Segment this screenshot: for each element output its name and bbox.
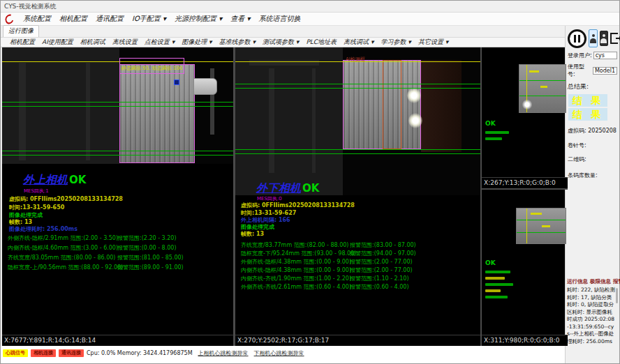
overlay-green-line (2, 155, 233, 156)
status-text-row (485, 283, 513, 286)
tab-limit-info[interactable]: 极限信息 (590, 278, 611, 285)
lower-camera-heartbeat-warning: 下相机心跳检测异常 (254, 349, 304, 357)
model-label: 使用型号: (568, 63, 591, 78)
menu-system-config[interactable]: 系统配置 (19, 13, 55, 24)
result-ok-badge: OK (302, 182, 319, 195)
scene-shadow (235, 47, 343, 195)
menu-io-config[interactable]: IO手配置 ▾ (128, 13, 170, 24)
pause-button[interactable] (568, 28, 586, 49)
overlay-green-line (517, 220, 566, 220)
measurement-row: 隐框宽度-下/95.24mm 范围:(93.00 - 98.00) 报警范围:(… (235, 250, 480, 258)
exit-button[interactable] (610, 30, 619, 47)
ai-box-label: AI检测框 (346, 56, 365, 63)
measurement-row: 齐线宽度/83.05mm 范围:(80.00 - 86.00) 报警范围:(81… (2, 254, 233, 264)
app-logo-icon (4, 13, 15, 26)
main-view-area: 静态阈值:93, 动态阈值:100 外上相机OK MES回执:1 虚拟码: 0F… (1, 47, 565, 346)
status-text-row (485, 296, 508, 298)
cpu-memory-readout: Cpu: 0.0% Memory: 3424.41796875M (87, 350, 193, 356)
measurement-row: 齐线宽度/83.77mm 范围:(82.00 - 88.00) 报警范围:(83… (235, 241, 480, 250)
pixel-coords-readout: X:267;Y:13;R:0;G:0;B:0 (482, 177, 568, 188)
tool-offline-settings[interactable]: 离线设置 (109, 38, 141, 47)
comm-connection-badge: 通讯连接 (59, 349, 84, 357)
panel-virtual-barcode: 虚拟码: 20250208 (566, 127, 619, 135)
camera-image-lower-outer[interactable]: AI检测框 (235, 47, 480, 195)
heartbeat-badge: 心跳信号 (3, 349, 28, 357)
alarm-range: 报警范围:(2.00 - 77.00) (350, 258, 413, 266)
camera-view-upper-outer: 静态阈值:93, 动态阈值:100 外上相机OK MES回执:1 虚拟码: 0F… (2, 47, 233, 346)
tool-spotcheck-settings[interactable]: 点检设置 ▾ (141, 38, 178, 47)
total-result-label: 总结果: (566, 82, 619, 93)
user-icon (600, 34, 607, 43)
alarm-range: 报警范围:(94.00 - 97.00) (350, 250, 416, 257)
result-box-2: 结 果 (568, 108, 607, 121)
tool-plc-address-table[interactable]: PLC地址表 (302, 38, 340, 47)
tool-camera-debug[interactable]: 相机调试 (77, 38, 109, 47)
camera-result-header: 外上相机OK (23, 173, 86, 188)
tab-run-image[interactable]: 运行图像 (3, 25, 39, 37)
tool-camera-config[interactable]: 相机配置 (6, 38, 38, 47)
menu-language-switch[interactable]: 系统语言切换 (254, 13, 304, 24)
measurement-row: 外侧齐线-隐框/4.38mm 范围:(0.00 - 9.00) 报警范围:(2.… (235, 258, 480, 266)
pixel-coords-readout: X:270;Y:2502;R:17;G:17;B:17 (235, 335, 480, 346)
overlay-green-line (2, 151, 233, 151)
menu-view[interactable]: 查看 ▾ (226, 13, 254, 24)
login-user-input[interactable]: cys (593, 52, 617, 59)
fixture-band (421, 60, 462, 152)
camera-view-small-top[interactable]: OK X:267;Y:13;R:0;G:0;B:0 (482, 47, 568, 188)
tool-test-params[interactable]: 测试项参数 ▾ (259, 38, 302, 47)
camera-name: 外下相机 (256, 181, 301, 195)
alarm-range: 报警范围:(2.20 - 3.20) (117, 234, 177, 242)
measurement-list: 齐线宽度/83.77mm 范围:(82.00 - 88.00) 报警范围:(83… (235, 241, 480, 291)
window-title: CYS-视觉检测系统 (4, 2, 57, 11)
mes-receipt: MES回执:1 (24, 188, 49, 195)
camera-view-lower-outer: AI检测框 外下相机OK MES回执:0 虚拟码: 0FFIIims202502… (235, 47, 480, 346)
result-ok-badge: OK (69, 174, 86, 186)
tool-image-processing[interactable]: 图像处理 ▾ (178, 38, 215, 47)
log-scrollbar[interactable] (616, 288, 618, 303)
measurement-text: 内侧齐线-隐框/4.60mm 范围:(3.00 - 6.00) (8, 244, 118, 252)
measurement-row: 内侧齐线-隐框/4.60mm 范围:(3.00 - 6.00) 报警范围:(0.… (2, 244, 233, 254)
glint (522, 100, 532, 109)
camera-result-header: 外下相机OK (256, 181, 319, 196)
measurement-text: 内侧齐线-隐框/4.38mm 范围:(0.00 - 9.00) (241, 266, 351, 274)
pixel-coords-readout: X:7677;Y:891;R:14;G:14;B:14 (2, 335, 233, 346)
tool-other-settings[interactable]: 其它设置 ▾ (415, 38, 452, 47)
overlay-green-line (235, 149, 480, 150)
run-log-area: 耗时: 222, 缺陷检测耗时: 17, 缺陷分类耗时: 0, 缺陷提取分区耗时… (567, 287, 618, 345)
measurement-text: 内侧齐线-齐线/1.90mm 范围:(1.00 - 2.20) (241, 275, 351, 282)
menu-camera-config[interactable]: 相机配置 (55, 13, 91, 24)
result-box-1: 结 果 (568, 94, 607, 107)
status-text-row (485, 271, 510, 273)
tool-baseline-params[interactable]: 基准线参数 ▾ (216, 38, 259, 47)
measurement-text: 外侧齐线-齐线/2.61mm 范围:(0.60 - 4.00) (241, 283, 351, 291)
tool-ai-usage-config[interactable]: AI使用配置 (38, 38, 77, 47)
ai-detect-rect (383, 60, 401, 149)
tab-connector (193, 78, 217, 95)
tool-offline-debug[interactable]: 离线调试 ▾ (340, 38, 377, 47)
measurement-text: 齐线宽度/83.77mm 范围:(82.00 - 88.00) (241, 241, 348, 249)
switch-user-button[interactable] (600, 31, 608, 46)
status-text-row (485, 131, 509, 134)
menu-light-config[interactable]: 光源控制配置 ▾ (170, 13, 226, 24)
alarm-range: 报警范围:(1.10 - 2.10) (350, 275, 409, 282)
menu-comm-config[interactable]: 通讯配置 (91, 13, 128, 24)
measurement-row: 隐框宽度-上/90.56mm 范围:(88.00 - 92.00) 报警范围:(… (2, 264, 233, 273)
overlay-green-line (2, 102, 233, 103)
tool-learning-params[interactable]: 学习参数 ▾ (378, 38, 415, 47)
menubar: 系统配置 相机配置 通讯配置 IO手配置 ▾ 光源控制配置 ▾ 查看 ▾ 系统语… (1, 13, 619, 26)
alarm-range: 报警范围:(0.60 - 4.00) (350, 283, 409, 291)
result-ok-badge: OK (485, 120, 496, 127)
alarm-range: 报警范围:(83.00 - 87.00) (350, 241, 416, 249)
model-input[interactable]: Model1 (593, 67, 617, 75)
tab-run-info[interactable]: 运行信息 (567, 278, 588, 285)
camera-view-small-bottom[interactable]: OK X:311;Y:980;R:0;G:0;B:0 (482, 190, 568, 346)
control-panel: 登录用户: cys 使用型号: Model1 总结果: 结 果 结 果 虚拟码:… (565, 26, 619, 363)
login-user-button[interactable] (589, 29, 598, 47)
inspected-part (343, 60, 421, 149)
threshold-label: 静态阈值:93, 动态阈值:100 (121, 66, 182, 71)
camera-image-upper-outer[interactable]: 静态阈值:93, 动态阈值:100 (2, 47, 233, 164)
tab-alarm-info[interactable]: 报警信息 (613, 278, 620, 285)
camera-connection-badge: 相机连接 (31, 349, 56, 357)
overlay-green-line (235, 84, 480, 84)
measurement-text: 隐框宽度-下/95.24mm 范围:(93.00 - 98.00) (241, 250, 356, 257)
